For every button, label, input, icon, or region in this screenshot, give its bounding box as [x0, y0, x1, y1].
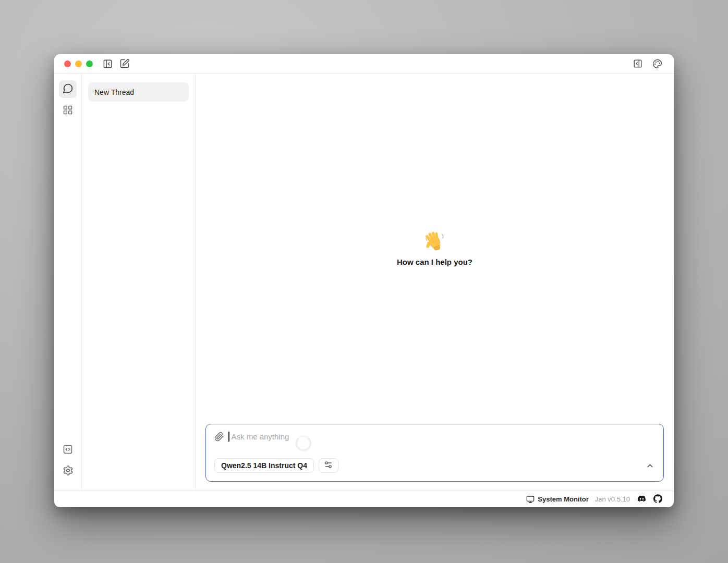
main-chat-panel: How can I help you? Ask me anything — [196, 74, 674, 491]
titlebar-right-actions — [632, 58, 663, 69]
composer-toolbar-row: Qwen2.5 14B Instruct Q4 — [214, 458, 656, 473]
sidebar-item-threads[interactable] — [59, 80, 77, 98]
sliders-icon — [324, 460, 333, 471]
compose-pen-icon — [119, 58, 130, 69]
app-window: New Thread — [54, 54, 674, 507]
thread-list-item[interactable]: New Thread — [88, 82, 189, 102]
traffic-lights — [64, 60, 93, 67]
gear-icon — [63, 465, 74, 478]
github-icon — [653, 494, 662, 505]
panel-left-collapse-icon — [103, 59, 113, 69]
window-body: New Thread — [54, 74, 674, 491]
text-cursor — [228, 432, 229, 442]
square-code-icon — [63, 444, 73, 456]
zoom-window-button[interactable] — [86, 60, 93, 67]
thread-list-panel: New Thread — [82, 74, 196, 491]
thread-title: New Thread — [94, 88, 134, 96]
panel-right-toggle-icon — [633, 59, 642, 68]
model-settings-button[interactable] — [319, 458, 338, 473]
left-ribbon — [54, 74, 82, 491]
new-thread-button[interactable] — [119, 58, 130, 69]
chat-bubble-icon — [63, 83, 74, 95]
toggle-right-panel-button[interactable] — [632, 58, 644, 69]
sidebar-item-hub[interactable] — [59, 102, 77, 119]
message-composer[interactable]: Ask me anything Qwen2.5 14B Instruct Q4 — [205, 424, 664, 482]
composer-input-row: Ask me anything — [214, 432, 656, 442]
model-selector-label: Qwen2.5 14B Instruct Q4 — [221, 461, 307, 470]
minimize-window-button[interactable] — [75, 60, 82, 67]
github-link-button[interactable] — [653, 494, 662, 505]
monitor-icon — [526, 495, 535, 504]
composer-wrapper: Ask me anything Qwen2.5 14B Instruct Q4 — [196, 424, 674, 491]
grid-icon — [63, 105, 73, 117]
sidebar-item-settings[interactable] — [59, 462, 77, 480]
message-input[interactable]: Ask me anything — [232, 432, 289, 441]
collapse-composer-button[interactable] — [644, 460, 656, 471]
paperclip-icon[interactable] — [214, 432, 224, 442]
system-monitor-label: System Monitor — [538, 495, 589, 503]
greeting-text: How can I help you? — [397, 258, 472, 266]
chevron-up-icon — [646, 461, 654, 470]
system-monitor-button[interactable]: System Monitor — [526, 495, 589, 504]
sidebar-item-local-api-server[interactable] — [59, 441, 77, 459]
collapse-left-panel-button[interactable] — [102, 58, 113, 69]
status-bar: System Monitor Jan v0.5.10 — [54, 491, 674, 507]
empty-chat-state: How can I help you? — [196, 74, 674, 424]
theme-palette-button[interactable] — [651, 58, 663, 69]
model-selector-button[interactable]: Qwen2.5 14B Instruct Q4 — [214, 458, 314, 473]
discord-link-button[interactable] — [637, 495, 647, 504]
app-version-label: Jan v0.5.10 — [595, 495, 630, 503]
wave-emoji — [424, 231, 445, 252]
loading-spinner — [296, 435, 311, 451]
discord-icon — [637, 495, 647, 504]
palette-icon — [652, 59, 662, 69]
close-window-button[interactable] — [64, 60, 71, 67]
titlebar-left-actions — [102, 58, 130, 69]
title-bar — [54, 54, 674, 74]
